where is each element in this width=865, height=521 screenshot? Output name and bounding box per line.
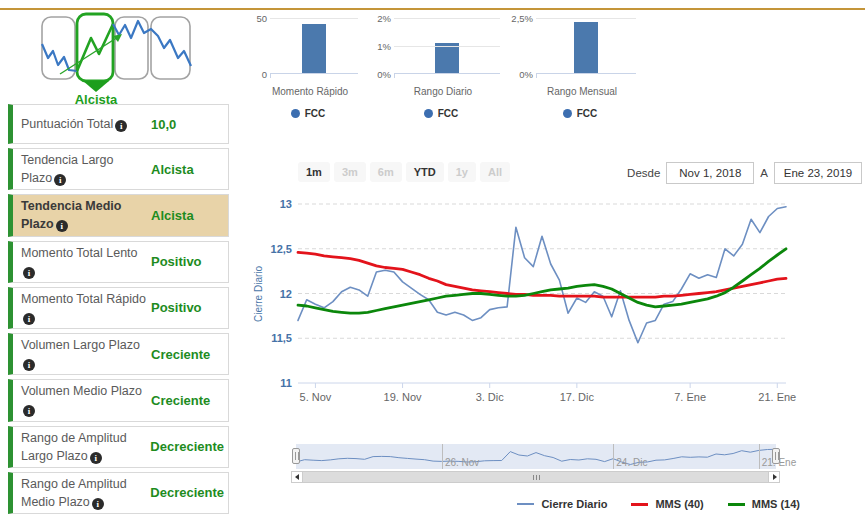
- indicator-row[interactable]: Rango de Amplitud Medio Plazoi Decrecien…: [8, 472, 229, 514]
- uptrend-line-icon: [77, 24, 113, 71]
- navigator-gridline: [442, 444, 443, 469]
- legend-dot-icon: [291, 109, 300, 118]
- y-axis-title: Cierre Diario: [253, 266, 264, 323]
- indicator-label: Puntuación Totali: [21, 115, 147, 133]
- legend-line-swatch-icon: [631, 503, 648, 506]
- y-axis-tick: 13: [280, 198, 292, 210]
- range-selector: 1m3m6mYTD1yAll: [298, 162, 510, 182]
- info-icon[interactable]: i: [90, 452, 102, 464]
- navigator-tick-label: 26. Nov: [445, 457, 479, 468]
- x-axis-tick: 21. Ene: [758, 391, 796, 403]
- legend-item-label: Cierre Diario: [541, 498, 607, 510]
- info-icon[interactable]: i: [54, 174, 66, 186]
- indicator-label: Momento Total Lentoi: [21, 244, 147, 280]
- mini-chart-bar: [435, 43, 459, 73]
- main-chart-panel: 1m3m6mYTD1yAll Desde A 1312,51211,5115. …: [252, 158, 864, 521]
- indicator-label: Rango de Amplitud Largo Plazoi: [21, 429, 146, 465]
- date-to-input[interactable]: [774, 162, 862, 184]
- mini-legend-label: FCC: [438, 108, 459, 119]
- mini-chart-legend[interactable]: FCC: [368, 108, 500, 119]
- y-axis-tick: 12,5: [271, 243, 292, 255]
- indicator-value: 10,0: [147, 117, 224, 132]
- y-axis-tick: 11,5: [271, 332, 292, 344]
- mini-chart-title: Rango Mensual: [510, 86, 636, 97]
- mini-chart-title: Momento Rápido: [244, 86, 358, 97]
- info-icon[interactable]: i: [56, 220, 68, 232]
- indicator-value: Creciente: [147, 393, 224, 408]
- indicator-value: Creciente: [147, 347, 224, 362]
- mini-chart-y-axis: 500: [244, 13, 270, 79]
- x-axis-tick: 7. Ene: [674, 391, 706, 403]
- indicator-value: Decreciente: [146, 439, 224, 454]
- chart-navigator[interactable]: 26. Nov24. Dic21. Ene: [296, 444, 776, 469]
- mini-bar-chart: 500 Momento Rápido FCC: [244, 13, 358, 119]
- info-icon[interactable]: i: [92, 498, 104, 510]
- info-icon[interactable]: i: [23, 359, 35, 371]
- indicator-row[interactable]: Tendencia Medio Plazoi Alcista: [8, 194, 229, 236]
- indicator-row[interactable]: Puntuación Totali 10,0: [8, 104, 229, 144]
- indicator-label: Tendencia Medio Plazoi: [21, 197, 147, 233]
- mini-legend-label: FCC: [577, 108, 598, 119]
- indicator-row[interactable]: Volumen Largo Plazoi Creciente: [8, 333, 229, 375]
- navigator-right-handle[interactable]: [772, 448, 780, 464]
- x-axis-tick: 17. Dic: [560, 391, 595, 403]
- pointer-triangle-icon: [83, 81, 109, 92]
- date-range-controls: Desde A: [627, 162, 862, 184]
- mini-bar-chart: 2%1%0% Rango Diario FCC: [368, 13, 500, 119]
- range-button: 3m: [334, 162, 366, 182]
- indicator-row[interactable]: Momento Total Lentoi Positivo: [8, 241, 229, 283]
- mini-bar-chart: 2,5%0% Rango Mensual FCC: [510, 13, 636, 119]
- x-axis-tick: 3. Dic: [476, 391, 505, 403]
- mini-chart-legend[interactable]: FCC: [244, 108, 358, 119]
- indicator-row[interactable]: Tendencia Largo Plazoi Alcista: [8, 148, 229, 190]
- y-axis-tick: 12: [280, 288, 292, 300]
- date-from-label: Desde: [627, 167, 660, 179]
- indicator-row[interactable]: Rango de Amplitud Largo Plazoi Decrecien…: [8, 426, 229, 468]
- chart-scrollbar[interactable]: [291, 471, 780, 483]
- indicator-row[interactable]: Momento Total Rápidoi Positivo: [8, 287, 229, 329]
- scrollbar-right-arrow-icon[interactable]: [768, 472, 779, 482]
- navigator-series: [296, 444, 776, 469]
- chart-legend: Cierre Diario MMS (40) MMS (14): [517, 498, 800, 510]
- navigator-tick-label: 24. Dic: [616, 457, 647, 468]
- date-from-input[interactable]: [666, 162, 754, 184]
- navigator-left-handle[interactable]: [292, 448, 300, 464]
- scrollbar-thumb[interactable]: [303, 472, 768, 482]
- mini-axis-tick: 0%: [519, 69, 533, 80]
- range-button: All: [480, 162, 510, 182]
- range-button[interactable]: 1m: [298, 162, 330, 182]
- mini-chart-legend[interactable]: FCC: [510, 108, 636, 119]
- navigator-gridline: [613, 444, 614, 469]
- mini-axis-tick: 0: [262, 69, 267, 80]
- range-button: 1y: [448, 162, 476, 182]
- mini-legend-label: FCC: [305, 108, 326, 119]
- date-to-label: A: [760, 167, 768, 179]
- indicator-value: Positivo: [147, 300, 224, 315]
- scrollbar-left-arrow-icon[interactable]: [292, 472, 303, 482]
- legend-item[interactable]: Cierre Diario: [517, 498, 607, 510]
- mini-charts-row: 500 Momento Rápido FCC 2%1%0% Rango Diar…: [244, 13, 636, 119]
- info-icon[interactable]: i: [23, 405, 35, 417]
- mini-axis-tick: 50: [256, 13, 267, 24]
- trend-state-icon: Alcista: [38, 10, 202, 106]
- mini-chart-bar: [574, 22, 598, 73]
- mini-chart-plot: [536, 18, 636, 74]
- info-icon[interactable]: i: [115, 120, 127, 132]
- mini-axis-tick: 2%: [377, 13, 391, 24]
- price-chart[interactable]: 1312,51211,5115. Nov19. Nov3. Dic17. Dic…: [252, 192, 864, 442]
- indicator-table: Puntuación Totali 10,0 Tendencia Largo P…: [8, 104, 229, 518]
- range-button: 6m: [370, 162, 402, 182]
- info-icon[interactable]: i: [23, 313, 35, 325]
- indicator-row[interactable]: Volumen Medio Plazoi Creciente: [8, 379, 229, 421]
- indicator-value: Decreciente: [146, 485, 224, 500]
- info-icon[interactable]: i: [23, 267, 35, 279]
- legend-dot-icon: [424, 109, 433, 118]
- scrollbar-grip-icon: [536, 475, 537, 480]
- legend-item[interactable]: MMS (40): [631, 498, 703, 510]
- legend-item[interactable]: MMS (14): [728, 498, 800, 510]
- indicator-label: Momento Total Rápidoi: [21, 290, 147, 326]
- x-axis-tick: 19. Nov: [384, 391, 422, 403]
- range-button[interactable]: YTD: [406, 162, 444, 182]
- mini-chart-y-axis: 2%1%0%: [368, 13, 394, 79]
- mini-chart-y-axis: 2,5%0%: [510, 13, 536, 79]
